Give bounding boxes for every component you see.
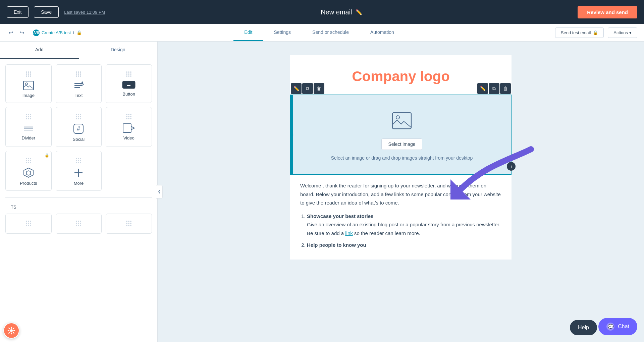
list-item-1-desc-end: so the reader can learn more.: [354, 230, 420, 236]
toolbar-right-delete-button[interactable]: 🗑: [500, 83, 511, 94]
title-text: New email: [321, 8, 352, 16]
elements-grid: Image A: [5, 64, 152, 191]
image-block-wrapper: ✏️ ⧉ 🗑 ✏️ ⧉ 🗑 ⠿: [290, 95, 512, 175]
bottom-card-1[interactable]: [5, 214, 52, 234]
chat-button[interactable]: 💬 Chat: [598, 318, 637, 335]
svg-text:▬: ▬: [127, 83, 130, 87]
nav-tabs: Edit Settings Send or schedule Automatio…: [83, 24, 555, 41]
element-card-image[interactable]: Image: [5, 64, 52, 103]
section-label-text: TS: [11, 205, 16, 210]
exit-button[interactable]: Exit: [7, 6, 29, 18]
element-card-products[interactable]: 🔒 Products: [5, 151, 52, 191]
drag-handle-button: [126, 71, 131, 77]
bottom-card-3[interactable]: [106, 214, 152, 234]
element-card-more[interactable]: More: [56, 151, 102, 191]
drag-handle-video: [126, 114, 131, 119]
svg-rect-0: [23, 81, 34, 90]
chat-bubble-icon: 💬: [606, 323, 614, 331]
email-wrapper: Company logo ✏️ ⧉ 🗑 ✏️ ⧉ 🗑 ⠿: [290, 55, 512, 260]
tab-edit[interactable]: Edit: [233, 24, 263, 41]
tab-send-or-schedule[interactable]: Send or schedule: [302, 24, 360, 41]
tab-automation[interactable]: Automation: [360, 24, 405, 41]
main-body: Add Design: [0, 42, 644, 342]
image-hint-text: Select an image or drag and drop images …: [331, 155, 473, 161]
image-placeholder-icon: [392, 112, 412, 133]
svg-point-21: [10, 329, 13, 332]
drag-handle-text: [76, 71, 81, 77]
sidebar-tab-add[interactable]: Add: [0, 42, 79, 59]
review-send-button[interactable]: Review and send: [578, 6, 637, 18]
chat-label: Chat: [618, 324, 629, 330]
element-card-button[interactable]: ▬ Button: [106, 64, 152, 103]
image-label: Image: [22, 93, 35, 98]
products-icon: [23, 167, 34, 178]
svg-rect-13: [123, 124, 131, 132]
list-item-1-link[interactable]: link: [345, 230, 353, 236]
toolbar-delete-button[interactable]: 🗑: [314, 83, 324, 94]
save-button[interactable]: Save: [34, 6, 59, 18]
ab-icon: A/B: [33, 30, 40, 36]
drag-handle-products: [26, 158, 31, 163]
drag-handle-left: ⠿: [291, 132, 294, 137]
list-item-2-title: Help people to know you: [307, 242, 366, 248]
drag-handle-divider: [26, 114, 31, 119]
sidebar-elements-grid: Image A: [0, 59, 157, 342]
tab-settings[interactable]: Settings: [263, 24, 302, 41]
toolbar-copy-button[interactable]: ⧉: [302, 83, 313, 94]
top-header: Exit Save Last saved 11:09 PM New email …: [0, 0, 644, 24]
sidebar-collapse-button[interactable]: [156, 185, 163, 198]
sidebar-tab-design[interactable]: Design: [79, 42, 158, 59]
actions-button[interactable]: Actions ▾: [608, 27, 637, 38]
drag-handle-image: [26, 71, 31, 77]
element-card-video[interactable]: Video: [106, 107, 152, 147]
list-item-1-title: Showcase your best stories: [307, 213, 373, 219]
products-label: Products: [20, 181, 37, 186]
content-list: Showcase your best stories Give an overv…: [307, 212, 501, 249]
svg-text:#: #: [77, 126, 80, 131]
element-card-text[interactable]: A Text: [56, 64, 102, 103]
edit-title-icon[interactable]: ✏️: [356, 9, 362, 15]
ab-test-button[interactable]: A/B Create A/B test ℹ 🔒: [33, 30, 82, 36]
more-icon: [73, 167, 84, 178]
products-lock-icon: 🔒: [45, 153, 49, 158]
bottom-card-2[interactable]: [56, 214, 102, 234]
svg-point-1: [25, 83, 28, 85]
send-test-email-button[interactable]: Send test email 🔒: [555, 27, 604, 38]
element-card-divider[interactable]: Divider: [5, 107, 52, 147]
social-label: Social: [73, 137, 85, 142]
undo-button[interactable]: ↩: [7, 28, 15, 37]
button-label: Button: [122, 92, 135, 97]
toolbar-right-edit-button[interactable]: ✏️: [477, 83, 488, 94]
toolbar-edit-button[interactable]: ✏️: [291, 83, 302, 94]
divider-label: Divider: [22, 135, 35, 140]
svg-marker-14: [24, 168, 33, 177]
svg-rect-18: [392, 113, 411, 129]
info-bubble[interactable]: i: [507, 162, 516, 171]
toolbar-right-copy-button[interactable]: ⧉: [489, 83, 499, 94]
hubspot-icon[interactable]: [3, 323, 19, 339]
email-title: New email ✏️: [110, 8, 572, 16]
image-block-inner: ⠿ Select image Select an image or drag a…: [291, 95, 511, 174]
redo-button[interactable]: ↪: [18, 28, 26, 37]
svg-marker-15: [26, 171, 31, 175]
email-canvas: Company logo ✏️ ⧉ 🗑 ✏️ ⧉ 🗑 ⠿: [158, 42, 644, 342]
image-icon: [23, 81, 34, 90]
text-content-block: Welcome , thank the reader for signing u…: [290, 175, 512, 260]
svg-text:A: A: [80, 81, 84, 86]
actions-label: Actions: [613, 30, 628, 35]
social-icon: #: [73, 123, 84, 134]
lock-icon-send-test: 🔒: [593, 30, 598, 35]
last-saved-label: Last saved 11:09 PM: [64, 10, 105, 15]
select-image-button[interactable]: Select image: [381, 138, 423, 150]
undo-redo-group: ↩ ↪: [7, 28, 26, 37]
ab-test-label: Create A/B test: [42, 30, 71, 35]
divider-icon: [23, 123, 34, 133]
button-icon: ▬: [122, 81, 136, 89]
drag-handle-more: [76, 158, 81, 163]
company-logo-text: Company logo: [352, 68, 450, 84]
help-button[interactable]: Help: [570, 320, 597, 335]
drag-handle-social: [76, 114, 81, 119]
element-card-social[interactable]: # Social: [56, 107, 102, 147]
block-toolbar-right: ✏️ ⧉ 🗑: [477, 83, 511, 94]
secondary-nav: ↩ ↪ A/B Create A/B test ℹ 🔒 Edit Setting…: [0, 24, 644, 42]
